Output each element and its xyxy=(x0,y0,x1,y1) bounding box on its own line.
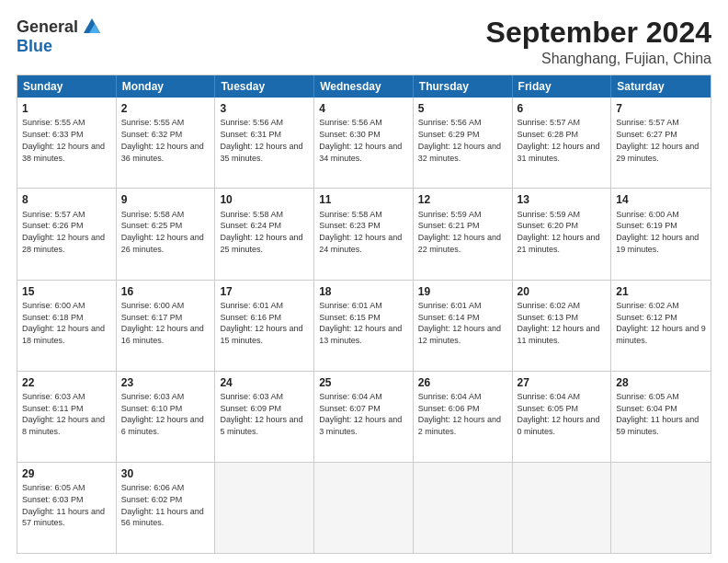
cell-text: Sunrise: 6:04 AMSunset: 6:05 PMDaylight:… xyxy=(518,392,600,436)
cell-text: Sunrise: 6:01 AMSunset: 6:14 PMDaylight:… xyxy=(418,301,501,345)
cell-empty-2 xyxy=(314,463,414,553)
calendar-body: 1 Sunrise: 5:55 AMSunset: 6:33 PMDayligh… xyxy=(17,98,711,553)
cell-empty-5 xyxy=(611,463,711,553)
day-num: 3 xyxy=(220,101,309,116)
cell-16: 16 Sunrise: 6:00 AMSunset: 6:17 PMDaylig… xyxy=(117,281,216,371)
cell-text: Sunrise: 5:55 AMSunset: 6:32 PMDaylight:… xyxy=(121,118,204,162)
day-num: 6 xyxy=(518,101,607,116)
header-friday: Friday xyxy=(513,75,612,98)
cell-text: Sunrise: 5:59 AMSunset: 6:21 PMDaylight:… xyxy=(418,210,501,254)
title-block: September 2024 Shanghang, Fujian, China xyxy=(486,17,711,67)
cell-text: Sunrise: 6:00 AMSunset: 6:18 PMDaylight:… xyxy=(22,301,105,345)
day-num: 30 xyxy=(121,466,210,481)
day-num: 7 xyxy=(616,101,706,116)
week-row-5: 29 Sunrise: 6:05 AMSunset: 6:03 PMDaylig… xyxy=(17,462,711,553)
day-num: 11 xyxy=(319,192,408,207)
cell-15: 15 Sunrise: 6:00 AMSunset: 6:18 PMDaylig… xyxy=(17,281,117,371)
day-num: 12 xyxy=(418,192,507,207)
cell-25: 25 Sunrise: 6:04 AMSunset: 6:07 PMDaylig… xyxy=(314,372,414,462)
cell-text: Sunrise: 6:03 AMSunset: 6:10 PMDaylight:… xyxy=(121,392,204,436)
cell-28: 28 Sunrise: 6:05 AMSunset: 6:04 PMDaylig… xyxy=(611,372,711,462)
cell-8: 8 Sunrise: 5:57 AMSunset: 6:26 PMDayligh… xyxy=(17,189,117,279)
day-num: 2 xyxy=(121,101,210,116)
day-num: 23 xyxy=(121,375,210,390)
cell-text: Sunrise: 6:00 AMSunset: 6:19 PMDaylight:… xyxy=(616,210,699,254)
cell-11: 11 Sunrise: 5:58 AMSunset: 6:23 PMDaylig… xyxy=(314,189,414,279)
header: General Blue September 2024 Shanghang, F… xyxy=(17,17,711,67)
day-num: 19 xyxy=(418,284,507,299)
cell-29: 29 Sunrise: 6:05 AMSunset: 6:03 PMDaylig… xyxy=(17,463,117,553)
cell-20: 20 Sunrise: 6:02 AMSunset: 6:13 PMDaylig… xyxy=(513,281,612,371)
day-num: 1 xyxy=(22,101,111,116)
header-thursday: Thursday xyxy=(414,75,513,98)
cell-empty-3 xyxy=(414,463,513,553)
day-num: 4 xyxy=(319,101,408,116)
cell-empty-4 xyxy=(513,463,612,553)
cell-text: Sunrise: 5:58 AMSunset: 6:25 PMDaylight:… xyxy=(121,210,204,254)
cell-22: 22 Sunrise: 6:03 AMSunset: 6:11 PMDaylig… xyxy=(17,372,117,462)
day-num: 5 xyxy=(418,101,507,116)
calendar-header: Sunday Monday Tuesday Wednesday Thursday… xyxy=(17,75,711,98)
cell-text: Sunrise: 6:00 AMSunset: 6:17 PMDaylight:… xyxy=(121,301,204,345)
cell-26: 26 Sunrise: 6:04 AMSunset: 6:06 PMDaylig… xyxy=(414,372,513,462)
week-row-1: 1 Sunrise: 5:55 AMSunset: 6:33 PMDayligh… xyxy=(17,98,711,188)
day-num: 25 xyxy=(319,375,408,390)
day-num: 15 xyxy=(22,284,111,299)
cell-text: Sunrise: 5:58 AMSunset: 6:23 PMDaylight:… xyxy=(319,210,402,254)
cell-text: Sunrise: 5:57 AMSunset: 6:27 PMDaylight:… xyxy=(616,118,699,162)
cell-text: Sunrise: 5:56 AMSunset: 6:30 PMDaylight:… xyxy=(319,118,402,162)
header-saturday: Saturday xyxy=(611,75,711,98)
day-num: 20 xyxy=(518,284,607,299)
cell-text: Sunrise: 6:05 AMSunset: 6:04 PMDaylight:… xyxy=(616,392,699,436)
cell-text: Sunrise: 6:02 AMSunset: 6:13 PMDaylight:… xyxy=(518,301,600,345)
logo-icon xyxy=(82,17,102,37)
cell-text: Sunrise: 5:57 AMSunset: 6:26 PMDaylight:… xyxy=(22,210,105,254)
cell-text: Sunrise: 6:03 AMSunset: 6:11 PMDaylight:… xyxy=(22,392,105,436)
cell-27: 27 Sunrise: 6:04 AMSunset: 6:05 PMDaylig… xyxy=(513,372,612,462)
day-num: 14 xyxy=(616,192,706,207)
day-num: 21 xyxy=(616,284,706,299)
header-tuesday: Tuesday xyxy=(215,75,314,98)
cell-23: 23 Sunrise: 6:03 AMSunset: 6:10 PMDaylig… xyxy=(117,372,216,462)
cell-7: 7 Sunrise: 5:57 AMSunset: 6:27 PMDayligh… xyxy=(611,98,711,188)
cell-21: 21 Sunrise: 6:02 AMSunset: 6:12 PMDaylig… xyxy=(611,281,711,371)
cell-text: Sunrise: 6:03 AMSunset: 6:09 PMDaylight:… xyxy=(220,392,302,436)
day-num: 9 xyxy=(121,192,210,207)
cell-text: Sunrise: 5:57 AMSunset: 6:28 PMDaylight:… xyxy=(518,118,600,162)
day-num: 8 xyxy=(22,192,111,207)
cell-text: Sunrise: 6:06 AMSunset: 6:02 PMDaylight:… xyxy=(121,483,204,527)
logo-general-text: General xyxy=(17,17,78,37)
day-num: 29 xyxy=(22,466,111,481)
cell-30: 30 Sunrise: 6:06 AMSunset: 6:02 PMDaylig… xyxy=(117,463,216,553)
week-row-3: 15 Sunrise: 6:00 AMSunset: 6:18 PMDaylig… xyxy=(17,280,711,371)
cell-13: 13 Sunrise: 5:59 AMSunset: 6:20 PMDaylig… xyxy=(513,189,612,279)
cell-text: Sunrise: 6:01 AMSunset: 6:15 PMDaylight:… xyxy=(319,301,402,345)
day-num: 13 xyxy=(518,192,607,207)
cell-text: Sunrise: 5:59 AMSunset: 6:20 PMDaylight:… xyxy=(518,210,600,254)
cell-text: Sunrise: 6:01 AMSunset: 6:16 PMDaylight:… xyxy=(220,301,302,345)
cell-17: 17 Sunrise: 6:01 AMSunset: 6:16 PMDaylig… xyxy=(215,281,314,371)
location: Shanghang, Fujian, China xyxy=(486,51,711,67)
cell-6: 6 Sunrise: 5:57 AMSunset: 6:28 PMDayligh… xyxy=(513,98,612,188)
cell-text: Sunrise: 6:04 AMSunset: 6:07 PMDaylight:… xyxy=(319,392,402,436)
cell-18: 18 Sunrise: 6:01 AMSunset: 6:15 PMDaylig… xyxy=(314,281,414,371)
cell-text: Sunrise: 5:56 AMSunset: 6:29 PMDaylight:… xyxy=(418,118,501,162)
day-num: 28 xyxy=(616,375,706,390)
cell-text: Sunrise: 5:58 AMSunset: 6:24 PMDaylight:… xyxy=(220,210,302,254)
day-num: 17 xyxy=(220,284,309,299)
header-wednesday: Wednesday xyxy=(314,75,414,98)
day-num: 22 xyxy=(22,375,111,390)
cell-text: Sunrise: 6:04 AMSunset: 6:06 PMDaylight:… xyxy=(418,392,501,436)
cell-10: 10 Sunrise: 5:58 AMSunset: 6:24 PMDaylig… xyxy=(215,189,314,279)
cell-14: 14 Sunrise: 6:00 AMSunset: 6:19 PMDaylig… xyxy=(611,189,711,279)
month-title: September 2024 xyxy=(486,17,711,49)
cell-5: 5 Sunrise: 5:56 AMSunset: 6:29 PMDayligh… xyxy=(414,98,513,188)
page: General Blue September 2024 Shanghang, F… xyxy=(0,0,728,563)
week-row-2: 8 Sunrise: 5:57 AMSunset: 6:26 PMDayligh… xyxy=(17,188,711,279)
week-row-4: 22 Sunrise: 6:03 AMSunset: 6:11 PMDaylig… xyxy=(17,371,711,462)
cell-1: 1 Sunrise: 5:55 AMSunset: 6:33 PMDayligh… xyxy=(17,98,117,188)
cell-2: 2 Sunrise: 5:55 AMSunset: 6:32 PMDayligh… xyxy=(117,98,216,188)
header-sunday: Sunday xyxy=(17,75,117,98)
day-num: 18 xyxy=(319,284,408,299)
cell-text: Sunrise: 6:05 AMSunset: 6:03 PMDaylight:… xyxy=(22,483,105,527)
